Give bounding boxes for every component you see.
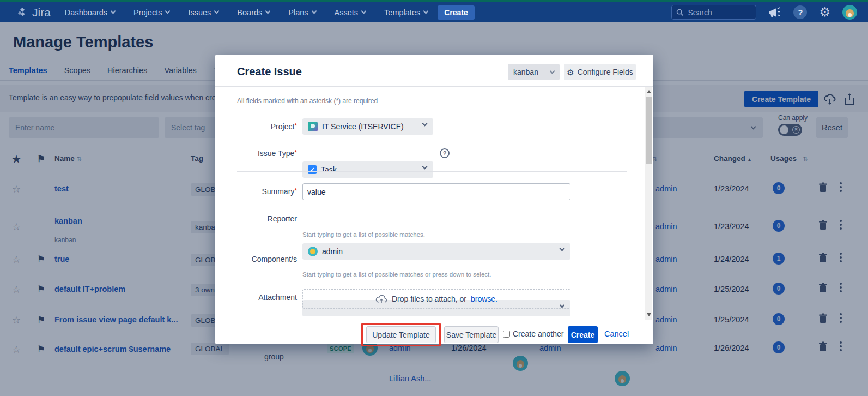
- create-issue-dialog: Create Issue kanban ⚙ Configure Fields A…: [215, 55, 653, 344]
- project-select[interactable]: IT Service (ITSERVICE): [302, 118, 433, 135]
- summary-input[interactable]: [302, 183, 570, 200]
- settings-gear-icon[interactable]: ⚙: [819, 6, 830, 19]
- brand-label: Jira: [32, 6, 51, 19]
- search-input[interactable]: [688, 8, 748, 17]
- chevron-down-icon: [265, 9, 271, 14]
- chevron-down-icon: [311, 9, 317, 14]
- scroll-up-arrow-icon[interactable]: [647, 90, 651, 93]
- nav-item-dashboards[interactable]: Dashboards: [65, 8, 115, 17]
- issue-type-label: Issue Type*: [237, 149, 297, 158]
- nav-item-plans[interactable]: Plans: [288, 8, 315, 17]
- project-avatar-icon: [308, 122, 318, 131]
- chevron-down-icon: [422, 121, 428, 127]
- chevron-down-icon: [111, 9, 116, 14]
- reporter-label: Reporter: [237, 214, 297, 223]
- upload-cloud-icon: [375, 294, 387, 304]
- chevron-down-icon: [560, 246, 565, 251]
- chevron-down-icon: [214, 9, 220, 14]
- configure-fields-button[interactable]: ⚙ Configure Fields: [564, 64, 636, 80]
- update-template-button[interactable]: Update Template: [366, 326, 436, 343]
- nav-item-templates[interactable]: Templates: [384, 8, 428, 17]
- template-select[interactable]: kanban: [508, 64, 560, 80]
- user-avatar[interactable]: [842, 5, 857, 20]
- components-label: Component/s: [237, 255, 297, 263]
- chevron-down-icon: [165, 9, 171, 14]
- attachment-dropzone[interactable]: Drop files to attach, or browse.: [302, 289, 570, 309]
- project-label: Project*: [237, 122, 297, 131]
- chevron-down-icon: [423, 9, 429, 14]
- nav-create-button[interactable]: Create: [438, 5, 475, 20]
- issue-type-help-icon[interactable]: ?: [440, 148, 450, 158]
- cancel-link[interactable]: Cancel: [604, 329, 629, 338]
- nav-item-assets[interactable]: Assets: [335, 8, 366, 17]
- chevron-down-icon: [550, 68, 555, 74]
- dialog-header-divider: [215, 86, 653, 87]
- scroll-down-arrow-icon[interactable]: [647, 313, 651, 316]
- attachment-label: Attachment: [237, 293, 297, 302]
- required-fields-note: All fields marked with an asterisk (*) a…: [237, 97, 378, 105]
- chevron-down-icon: [361, 9, 367, 14]
- reporter-select[interactable]: admin: [302, 243, 570, 260]
- create-button[interactable]: Create: [568, 326, 598, 343]
- nav-item-boards[interactable]: Boards: [237, 8, 270, 17]
- save-template-button[interactable]: Save Template: [444, 326, 499, 343]
- form-section-divider: [237, 171, 627, 172]
- create-another-option: Create another: [503, 329, 563, 338]
- chevron-down-icon: [422, 164, 428, 170]
- nav-item-issues[interactable]: Issues: [188, 8, 218, 17]
- reporter-helper-text: Start typing to get a list of possible m…: [302, 231, 425, 238]
- jira-mark-icon: [16, 7, 28, 19]
- summary-label: Summary*: [237, 187, 297, 196]
- dialog-scrollbar[interactable]: [645, 87, 652, 320]
- global-search[interactable]: [671, 5, 756, 20]
- issue-type-select[interactable]: ✓ Task: [302, 161, 433, 178]
- nav-menu: Dashboards Projects Issues Boards Plans …: [65, 8, 428, 17]
- scrollbar-thumb[interactable]: [646, 97, 652, 164]
- gear-icon: ⚙: [567, 68, 574, 76]
- nav-item-projects[interactable]: Projects: [133, 8, 169, 17]
- create-another-checkbox[interactable]: [503, 331, 510, 338]
- dialog-footer-divider: [215, 322, 653, 322]
- components-helper-text: Start typing to get a list of possible m…: [302, 271, 491, 278]
- main-navbar: Jira Dashboards Projects Issues Boards P…: [0, 2, 868, 22]
- help-icon[interactable]: ?: [793, 5, 807, 19]
- task-type-icon: ✓: [308, 165, 317, 174]
- dialog-title: Create Issue: [237, 65, 302, 78]
- browse-link[interactable]: browse.: [471, 295, 497, 303]
- search-icon: [676, 9, 684, 16]
- reporter-avatar-icon: [308, 247, 318, 256]
- announcements-icon[interactable]: [768, 7, 781, 19]
- jira-logo[interactable]: Jira: [16, 6, 51, 19]
